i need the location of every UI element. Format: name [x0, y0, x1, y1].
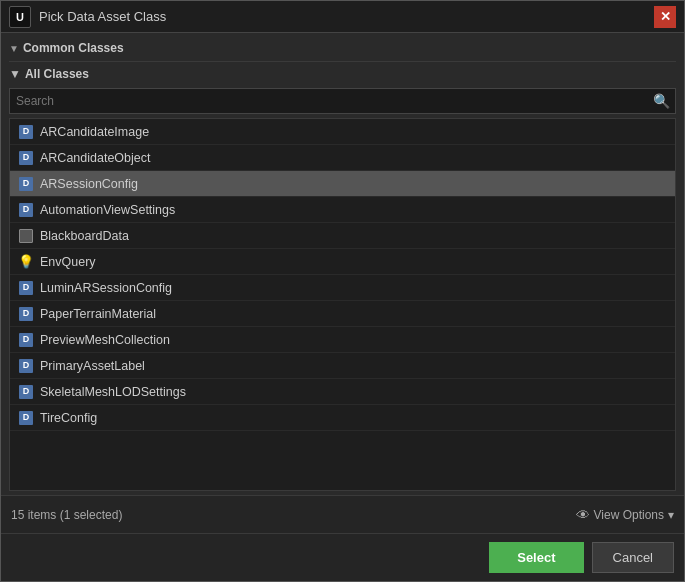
data-icon: D: [18, 332, 34, 348]
select-button[interactable]: Select: [489, 542, 583, 573]
item-name: TireConfig: [40, 411, 97, 425]
common-classes-section[interactable]: ▼ Common Classes: [1, 37, 684, 59]
pick-data-asset-class-dialog: U Pick Data Asset Class ✕ ▼ Common Class…: [0, 0, 685, 582]
item-name: SkeletalMeshLODSettings: [40, 385, 186, 399]
footer: 15 items (1 selected) 👁 View Options ▾: [1, 495, 684, 533]
item-name: AutomationViewSettings: [40, 203, 175, 217]
item-name: LuminARSessionConfig: [40, 281, 172, 295]
list-item[interactable]: D PaperTerrainMaterial: [10, 301, 675, 327]
all-classes-section[interactable]: ▼ All Classes: [1, 64, 684, 84]
list-item[interactable]: D AutomationViewSettings: [10, 197, 675, 223]
all-classes-arrow: ▼: [9, 67, 21, 81]
item-name: ARCandidateImage: [40, 125, 149, 139]
item-count: 15 items (1 selected): [11, 508, 122, 522]
blackboard-icon: [18, 228, 34, 244]
data-icon: D: [18, 306, 34, 322]
list-item[interactable]: D TireConfig: [10, 405, 675, 431]
view-options-chevron: ▾: [668, 508, 674, 522]
list-item[interactable]: BlackboardData: [10, 223, 675, 249]
view-options-label: View Options: [594, 508, 664, 522]
list-item[interactable]: D LuminARSessionConfig: [10, 275, 675, 301]
eye-icon: 👁: [576, 507, 590, 523]
list-item[interactable]: D SkeletalMeshLODSettings: [10, 379, 675, 405]
item-name: EnvQuery: [40, 255, 96, 269]
title-bar-left: U Pick Data Asset Class: [9, 6, 166, 28]
close-button[interactable]: ✕: [654, 6, 676, 28]
data-icon: D: [18, 176, 34, 192]
all-classes-label: All Classes: [25, 67, 89, 81]
search-bar: 🔍: [9, 88, 676, 114]
data-icon: D: [18, 410, 34, 426]
item-name: PaperTerrainMaterial: [40, 307, 156, 321]
data-icon: D: [18, 202, 34, 218]
view-options-button[interactable]: 👁 View Options ▾: [576, 507, 674, 523]
ue-logo: U: [9, 6, 31, 28]
dialog-content: ▼ Common Classes ▼ All Classes 🔍 D ARCan…: [1, 33, 684, 495]
list-item[interactable]: D ARCandidateImage: [10, 119, 675, 145]
data-icon: D: [18, 358, 34, 374]
list-item[interactable]: 💡 EnvQuery: [10, 249, 675, 275]
list-item[interactable]: D PreviewMeshCollection: [10, 327, 675, 353]
common-classes-label: Common Classes: [23, 41, 124, 55]
data-icon: D: [18, 124, 34, 140]
data-icon: D: [18, 280, 34, 296]
dialog-title: Pick Data Asset Class: [39, 9, 166, 24]
search-input[interactable]: [9, 88, 676, 114]
title-bar: U Pick Data Asset Class ✕: [1, 1, 684, 33]
item-name: PrimaryAssetLabel: [40, 359, 145, 373]
item-name: BlackboardData: [40, 229, 129, 243]
cancel-button[interactable]: Cancel: [592, 542, 674, 573]
search-button[interactable]: 🔍: [651, 91, 672, 111]
item-name: ARSessionConfig: [40, 177, 138, 191]
buttons-row: Select Cancel: [1, 533, 684, 581]
item-name: PreviewMeshCollection: [40, 333, 170, 347]
data-icon: D: [18, 150, 34, 166]
divider: [9, 61, 676, 62]
list-item[interactable]: D PrimaryAssetLabel: [10, 353, 675, 379]
data-icon: D: [18, 384, 34, 400]
common-classes-arrow: ▼: [9, 43, 19, 54]
class-list: D ARCandidateImage D ARCandidateObject D…: [9, 118, 676, 491]
env-icon: 💡: [18, 254, 34, 270]
list-item[interactable]: D ARSessionConfig: [10, 171, 675, 197]
item-name: ARCandidateObject: [40, 151, 150, 165]
list-item[interactable]: D ARCandidateObject: [10, 145, 675, 171]
